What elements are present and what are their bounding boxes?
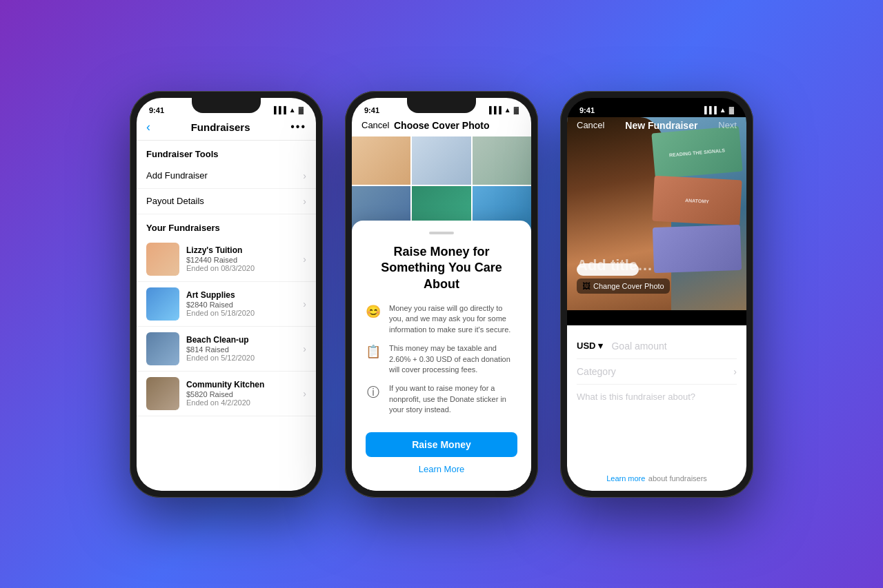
chevron-icon: › [303, 170, 306, 181]
modal-info-item-2: 📋 This money may be taxable and 2.60% + … [366, 343, 517, 375]
phone-3: 9:41 ▐▐▐ ▲ ▓ Cancel New Fundraiser Next … [560, 91, 753, 498]
currency-code: USD [577, 341, 595, 351]
footer-suffix: about fundraisers [648, 474, 707, 483]
chevron-icon: › [303, 298, 306, 310]
add-title-area: Add title… 🖼 Change Cover Photo [577, 256, 737, 294]
fundraiser-date-community: Ended on 4/2/2020 [186, 398, 296, 407]
cancel-button-3[interactable]: Cancel [577, 120, 604, 130]
wifi-icon: ▲ [504, 106, 511, 114]
fundraiser-thumb-lizzy [146, 243, 179, 276]
battery-icon: ▓ [729, 106, 734, 114]
photo-grid [352, 136, 531, 234]
battery-icon: ▓ [514, 106, 519, 114]
status-icons-2: ▐▐▐ ▲ ▓ [487, 106, 519, 114]
modal-info-text-3: If you want to raise money for a nonprof… [389, 383, 517, 415]
fundraiser-info-art: Art Supplies $2840 Raised Ended on 5/18/… [186, 290, 296, 317]
fundraiser-info-community: Community Kitchen $5820 Raised Ended on … [186, 380, 296, 407]
about-placeholder: What is this fundraiser about? [577, 392, 695, 402]
chevron-icon: › [303, 254, 306, 265]
cover-photo-area: READING THE SIGNALS ANATOMY Add title… 🖼… [567, 117, 746, 310]
fundraiser-name-lizzy: Lizzy's Tuition [186, 245, 296, 255]
signal-icon: ▐▐▐ [272, 106, 286, 114]
fundraiser-raised-lizzy: $12440 Raised [186, 256, 296, 264]
category-input[interactable]: Category [577, 366, 733, 377]
status-icons-1: ▐▐▐ ▲ ▓ [272, 106, 304, 114]
nav-title: Choose Cover Photo [394, 120, 489, 131]
chevron-icon: › [303, 343, 306, 354]
status-bar-3: 9:41 ▐▐▐ ▲ ▓ [567, 98, 746, 117]
modal-info-item-3: ⓘ If you want to raise money for a nonpr… [366, 383, 517, 415]
add-fundraiser-item[interactable]: Add Fundraiser › [137, 163, 316, 189]
next-button-3[interactable]: Next [718, 120, 737, 130]
signal-icon: ▐▐▐ [487, 106, 502, 114]
more-options-button[interactable]: ••• [290, 121, 306, 133]
security-icon: 😊 [366, 304, 381, 319]
status-time-2: 9:41 [364, 106, 379, 114]
wifi-icon: ▲ [720, 106, 726, 114]
phone-2: 9:41 ▐▐▐ ▲ ▓ Cancel Choose Cover Photo [345, 91, 538, 498]
fundraiser-thumb-community [146, 377, 179, 410]
fundraisers-section-header: Your Fundraisers [137, 214, 316, 237]
fundraiser-raised-beach: $814 Raised [186, 345, 296, 354]
back-button[interactable]: ‹ [146, 120, 150, 134]
phone-2-screen: 9:41 ▐▐▐ ▲ ▓ Cancel Choose Cover Photo [352, 98, 531, 491]
info-icon: ⓘ [366, 384, 381, 401]
fundraiser-raised-community: $5820 Raised [186, 390, 296, 398]
photo-cell-2[interactable] [412, 136, 470, 185]
footer: Learn more about fundraisers [577, 472, 737, 484]
battery-icon: ▓ [299, 106, 304, 114]
book-card-2: ANATOMY [652, 175, 742, 225]
fundraiser-item-community[interactable]: Community Kitchen $5820 Raised Ended on … [137, 372, 316, 416]
chevron-icon: › [303, 388, 306, 399]
page-title: Fundraisers [191, 121, 250, 133]
book-card-1: READING THE SIGNALS [651, 125, 742, 179]
about-textarea[interactable]: What is this fundraiser about? [577, 385, 737, 409]
chevron-icon: › [733, 366, 737, 377]
phone2-nav: Cancel Choose Cover Photo [352, 117, 531, 136]
fundraiser-item-art[interactable]: Art Supplies $2840 Raised Ended on 5/18/… [137, 282, 316, 327]
fundraiser-item-beach[interactable]: Beach Clean-up $814 Raised Ended on 5/12… [137, 327, 316, 372]
nav-title-3: New Fundraiser [625, 120, 697, 131]
chevron-icon: › [303, 196, 306, 207]
add-title-placeholder[interactable]: Add title… [577, 256, 737, 274]
modal-info-item-1: 😊 Money you raise will go directly to yo… [366, 303, 517, 335]
learn-more-button[interactable]: Learn More [366, 461, 517, 477]
tax-icon: 📋 [366, 344, 381, 359]
fundraiser-date-beach: Ended on 5/12/2020 [186, 354, 296, 362]
currency-selector[interactable]: USD ▾ [577, 341, 603, 351]
status-time-1: 9:41 [149, 106, 164, 114]
change-cover-label: Change Cover Photo [593, 282, 664, 290]
form-area: USD ▾ Goal amount Category › What is thi… [567, 325, 746, 491]
fundraiser-item-lizzy[interactable]: Lizzy's Tuition $12440 Raised Ended on 0… [137, 237, 316, 282]
add-fundraiser-label: Add Fundraiser [146, 170, 208, 181]
fundraiser-raised-art: $2840 Raised [186, 301, 296, 309]
status-time-3: 9:41 [579, 106, 595, 114]
status-icons-3: ▐▐▐ ▲ ▓ [702, 106, 734, 114]
change-cover-button[interactable]: 🖼 Change Cover Photo [577, 278, 670, 294]
modal-info-text-1: Money you raise will go directly to you,… [389, 303, 517, 335]
photo-cell-1[interactable] [352, 136, 410, 185]
tools-section-header: Fundraiser Tools [137, 141, 316, 163]
phone-1: 9:41 ▐▐▐ ▲ ▓ ‹ Fundraisers ••• Fundraise… [130, 91, 323, 498]
fundraiser-thumb-art [146, 287, 179, 321]
phone-3-screen: 9:41 ▐▐▐ ▲ ▓ Cancel New Fundraiser Next … [567, 98, 746, 491]
raise-money-button[interactable]: Raise Money [366, 432, 517, 457]
category-row[interactable]: Category › [577, 359, 737, 385]
raise-money-modal: Raise Money for Something You Care About… [352, 221, 531, 491]
signal-icon: ▐▐▐ [702, 106, 717, 114]
wifi-icon: ▲ [289, 106, 296, 114]
payout-details-label: Payout Details [146, 196, 204, 206]
notch-2 [407, 98, 476, 113]
notch-1 [192, 98, 261, 113]
phone3-nav: Cancel New Fundraiser Next [567, 117, 746, 134]
fundraiser-info-beach: Beach Clean-up $814 Raised Ended on 5/12… [186, 335, 296, 362]
payout-details-item[interactable]: Payout Details › [137, 189, 316, 214]
goal-amount-row[interactable]: USD ▾ Goal amount [577, 334, 737, 359]
fundraiser-date-art: Ended on 5/18/2020 [186, 309, 296, 317]
goal-amount-input[interactable]: Goal amount [611, 341, 737, 352]
fundraiser-name-community: Community Kitchen [186, 380, 296, 389]
cancel-button[interactable]: Cancel [361, 120, 389, 130]
fundraiser-info-lizzy: Lizzy's Tuition $12440 Raised Ended on 0… [186, 245, 296, 272]
photo-cell-3[interactable] [473, 136, 531, 185]
learn-more-link[interactable]: Learn more [606, 474, 645, 483]
